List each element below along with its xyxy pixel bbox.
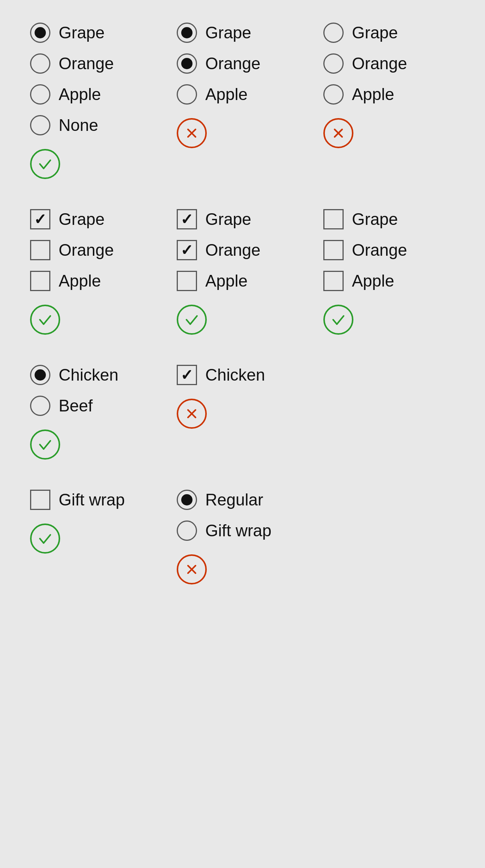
checkbox[interactable] xyxy=(177,365,197,385)
option-label: Orange xyxy=(59,54,114,73)
option-label: Chicken xyxy=(59,366,118,384)
option-label: Beef xyxy=(59,396,93,415)
option-item: Apple xyxy=(323,84,455,105)
radio-button[interactable] xyxy=(177,53,197,74)
option-item: Apple xyxy=(30,271,162,291)
correct-icon xyxy=(177,305,207,335)
option-item: Orange xyxy=(177,53,308,74)
option-label: Orange xyxy=(352,54,407,73)
column-1: RegularGift wrap xyxy=(169,490,316,584)
checkbox[interactable] xyxy=(177,240,197,260)
checkbox[interactable] xyxy=(177,271,197,291)
correct-icon xyxy=(30,429,60,460)
option-label: Apple xyxy=(352,272,394,290)
option-item: Gift wrap xyxy=(30,490,162,510)
checkbox[interactable] xyxy=(30,490,50,510)
option-item: Grape xyxy=(177,23,308,43)
correct-icon xyxy=(30,524,60,554)
checkbox[interactable] xyxy=(30,209,50,229)
option-item: Chicken xyxy=(30,365,162,385)
column-0: ChickenBeef xyxy=(23,365,169,460)
checkbox[interactable] xyxy=(323,271,344,291)
section-radio-fruit: GrapeOrangeAppleNone GrapeOrangeApple Gr… xyxy=(23,23,462,179)
radio-button[interactable] xyxy=(30,23,50,43)
section-chicken-beef: ChickenBeef Chicken xyxy=(23,365,462,460)
column-2 xyxy=(316,490,462,584)
incorrect-icon xyxy=(323,118,353,148)
radio-button[interactable] xyxy=(323,84,344,105)
correct-icon xyxy=(30,149,60,179)
option-item: Regular xyxy=(177,490,308,510)
checkbox[interactable] xyxy=(30,240,50,260)
checkbox[interactable] xyxy=(323,209,344,229)
option-label: Regular xyxy=(205,490,263,509)
checkbox[interactable] xyxy=(323,240,344,260)
option-label: Grape xyxy=(205,23,251,42)
option-label: Grape xyxy=(59,210,105,229)
option-item: Orange xyxy=(30,240,162,260)
radio-button[interactable] xyxy=(177,520,197,541)
option-item: Chicken xyxy=(177,365,308,385)
option-item: None xyxy=(30,115,162,135)
checkbox[interactable] xyxy=(30,271,50,291)
checkbox[interactable] xyxy=(177,209,197,229)
option-item: Apple xyxy=(323,271,455,291)
option-item: Orange xyxy=(323,240,455,260)
radio-button[interactable] xyxy=(323,53,344,74)
option-label: None xyxy=(59,116,98,135)
radio-button[interactable] xyxy=(30,84,50,105)
option-label: Gift wrap xyxy=(59,490,125,509)
radio-button[interactable] xyxy=(177,490,197,510)
incorrect-icon xyxy=(177,118,207,148)
option-label: Grape xyxy=(352,23,398,42)
option-item: Orange xyxy=(177,240,308,260)
option-label: Apple xyxy=(352,85,394,104)
option-item: Grape xyxy=(30,23,162,43)
option-item: Grape xyxy=(30,209,162,229)
option-item: Grape xyxy=(177,209,308,229)
correct-icon xyxy=(323,305,353,335)
option-label: Orange xyxy=(205,241,261,259)
option-label: Grape xyxy=(352,210,398,229)
option-label: Apple xyxy=(59,272,101,290)
option-item: Grape xyxy=(323,23,455,43)
radio-button[interactable] xyxy=(177,23,197,43)
option-item: Gift wrap xyxy=(177,520,308,541)
column-2: GrapeOrangeApple xyxy=(316,209,462,335)
section-giftwrap: Gift wrap RegularGift wrap xyxy=(23,490,462,584)
incorrect-icon xyxy=(177,399,207,429)
radio-button[interactable] xyxy=(30,115,50,135)
radio-button[interactable] xyxy=(30,53,50,74)
column-0: Gift wrap xyxy=(23,490,169,584)
radio-button[interactable] xyxy=(30,396,50,416)
column-0: GrapeOrangeAppleNone xyxy=(23,23,169,179)
option-item: Apple xyxy=(30,84,162,105)
option-label: Apple xyxy=(59,85,101,104)
radio-button[interactable] xyxy=(177,84,197,105)
option-label: Orange xyxy=(205,54,261,73)
option-item: Apple xyxy=(177,271,308,291)
column-1: GrapeOrangeApple xyxy=(169,23,316,179)
option-item: Grape xyxy=(323,209,455,229)
correct-icon xyxy=(30,305,60,335)
column-1: GrapeOrangeApple xyxy=(169,209,316,335)
option-item: Orange xyxy=(323,53,455,74)
column-1: Chicken xyxy=(169,365,316,460)
section-checkbox-fruit: GrapeOrangeApple GrapeOrangeApple GrapeO… xyxy=(23,209,462,335)
radio-button[interactable] xyxy=(30,365,50,385)
option-item: Orange xyxy=(30,53,162,74)
option-label: Apple xyxy=(205,85,248,104)
option-item: Apple xyxy=(177,84,308,105)
incorrect-icon xyxy=(177,554,207,584)
page: GrapeOrangeAppleNone GrapeOrangeApple Gr… xyxy=(0,0,485,637)
option-label: Grape xyxy=(205,210,251,229)
option-label: Gift wrap xyxy=(205,521,271,540)
option-label: Grape xyxy=(59,23,105,42)
column-2: GrapeOrangeApple xyxy=(316,23,462,179)
column-2 xyxy=(316,365,462,460)
column-0: GrapeOrangeApple xyxy=(23,209,169,335)
radio-button[interactable] xyxy=(323,23,344,43)
option-label: Chicken xyxy=(205,366,265,384)
option-label: Orange xyxy=(59,241,114,259)
option-label: Orange xyxy=(352,241,407,259)
